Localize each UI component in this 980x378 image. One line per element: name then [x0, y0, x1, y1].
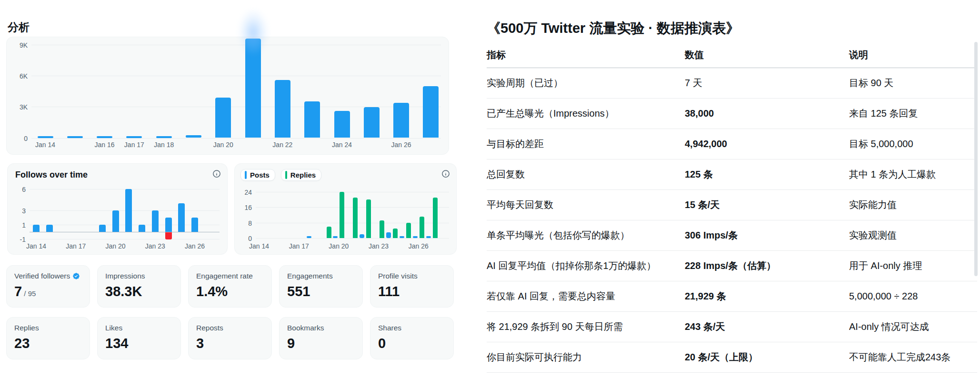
follows-chart-panel: Follows over time 631-1Jan 14Jan 17Jan 2… [7, 163, 228, 255]
stat-card-label: Impressions [105, 272, 173, 280]
verified-badge-icon [72, 272, 80, 280]
column-header-note: 说明 [849, 45, 977, 68]
x-axis-tick: Jan 22 [272, 141, 292, 149]
note-cell: 目标 90 天 [849, 68, 977, 99]
note-cell: 不可能靠人工完成243条 [849, 342, 977, 373]
note-cell: 5,000,000 ÷ 228 [849, 281, 977, 312]
value-cell: 38,000 [685, 99, 849, 129]
bar [97, 136, 112, 138]
x-axis-tick: Jan 18 [154, 141, 174, 149]
stat-card-row: Replies23Likes134Reposts3Bookmarks9Share… [6, 317, 454, 359]
bar [307, 236, 311, 238]
table-row: 平均每天回复数15 条/天实际能力值 [487, 190, 977, 220]
stat-card-label-text: Verified followers [14, 272, 70, 280]
chart-legend: Posts Replies [240, 169, 321, 181]
x-axis-tick: Jan 20 [329, 242, 349, 250]
scrollbar-thumb[interactable] [974, 42, 978, 276]
gridline [30, 239, 220, 239]
bar [275, 80, 290, 138]
metric-cell: 实验周期（已过） [487, 68, 685, 99]
bar [215, 98, 231, 138]
page: 分析 9K6K3K0Jan 14Jan 16Jan 17Jan 18Jan 20… [0, 0, 980, 378]
x-axis-tick: Jan 23 [145, 242, 165, 250]
legend-pill-posts[interactable]: Posts [240, 169, 275, 181]
stat-card: Shares0 [370, 317, 454, 359]
stat-card-label: Bookmarks [287, 324, 355, 332]
stat-card-label: Engagement rate [196, 272, 264, 280]
report-table: 指标 数值 说明 实验周期（已过）7 天目标 90 天已产生总曝光（Impres… [487, 45, 977, 373]
gridline [31, 107, 441, 107]
x-axis-tick: Jan 26 [185, 242, 205, 250]
analytics-title: 分析 [8, 20, 30, 35]
value-cell: 15 条/天 [685, 190, 849, 220]
y-axis-tick: 3K [9, 103, 28, 111]
metric-cell: AI 回复平均值（扣掉你那条1万的爆款） [487, 251, 685, 281]
stat-card: Reposts3 [188, 317, 272, 359]
table-row: AI 回复平均值（扣掉你那条1万的爆款）228 Imps/条（估算）用于 AI-… [487, 251, 977, 281]
activity-chart-panel: Posts Replies 241680Jan 14Jan 17Jan 20Ja… [234, 163, 457, 255]
value-cell: 7 天 [685, 68, 849, 99]
bar [126, 136, 142, 138]
impressions-chart-plot[interactable]: 9K6K3K0Jan 14Jan 16Jan 17Jan 18Jan 20Jan… [7, 37, 449, 154]
x-axis-tick: Jan 26 [391, 141, 411, 149]
stat-card: Likes134 [97, 317, 181, 359]
gridline [31, 76, 441, 76]
bar [386, 232, 391, 238]
stat-card: Engagements551 [279, 265, 363, 308]
stat-card-label-text: Reposts [196, 324, 223, 332]
metric-cell: 与目标的差距 [487, 129, 685, 159]
bar [67, 136, 83, 138]
gridline [256, 238, 449, 239]
gridline [31, 138, 441, 139]
bar [191, 218, 198, 232]
table-row: 若仅靠 AI 回复，需要总内容量21,929 条5,000,000 ÷ 228 [487, 281, 977, 312]
note-cell: 实验观测值 [849, 220, 977, 251]
y-axis-tick: 0 [233, 235, 252, 242]
x-axis-tick: Jan 17 [66, 242, 86, 250]
zero-axis-line [30, 232, 220, 232]
stat-card-label: Replies [14, 324, 82, 332]
stat-card: Engagement rate1.4% [188, 265, 272, 308]
legend-label-replies: Replies [290, 171, 316, 179]
stat-card-label-text: Engagements [287, 272, 333, 280]
stat-card-value: 134 [105, 336, 173, 351]
bar [340, 192, 344, 238]
value-cell: 4,942,000 [685, 129, 849, 159]
bar [33, 225, 40, 232]
metric-cell: 你目前实际可执行能力 [487, 342, 685, 373]
bar [380, 220, 384, 238]
impressions-chart-panel: 9K6K3K0Jan 14Jan 16Jan 17Jan 18Jan 20Jan… [6, 37, 449, 155]
report-title: 《500万 Twitter 流量实验 · 数据推演表》 [487, 20, 977, 36]
y-axis-tick: 3 [7, 207, 26, 215]
stat-card-value: 1.4% [196, 284, 264, 299]
bar [393, 229, 398, 238]
bar [156, 136, 172, 138]
bar [152, 210, 159, 232]
table-row: 与目标的差距4,942,000目标 5,000,000 [487, 129, 977, 159]
y-axis-tick: 0 [9, 135, 28, 142]
bar [366, 199, 371, 238]
column-header-metric: 指标 [487, 45, 685, 68]
bar [334, 111, 350, 138]
y-axis-tick: -1 [7, 236, 26, 243]
stat-card-value: 38.3K [105, 284, 173, 299]
y-axis-tick: 6 [7, 186, 26, 193]
follows-chart-plot[interactable]: 631-1Jan 14Jan 17Jan 20Jan 23Jan 26 [8, 164, 227, 254]
metric-cell: 平均每天回复数 [487, 190, 685, 220]
gridline [256, 207, 449, 208]
metric-cell: 若仅靠 AI 回复，需要总内容量 [487, 281, 685, 312]
gridline [30, 210, 220, 211]
bar [406, 223, 411, 238]
bar [46, 225, 53, 232]
stat-card-label: Reposts [196, 324, 264, 332]
stat-card: Impressions38.3K [97, 265, 181, 308]
legend-pill-replies[interactable]: Replies [281, 169, 321, 181]
stat-card-label-text: Profile visits [378, 272, 418, 280]
bar [125, 189, 132, 232]
x-axis-tick: Jan 24 [332, 141, 352, 149]
bar [304, 101, 320, 138]
table-row: 将 21,929 条拆到 90 天每日所需243 条/天AI-only 情况可达… [487, 312, 977, 342]
y-axis-tick: 1 [7, 221, 26, 229]
bar [423, 86, 439, 138]
value-cell: 306 Imps/条 [685, 220, 849, 251]
